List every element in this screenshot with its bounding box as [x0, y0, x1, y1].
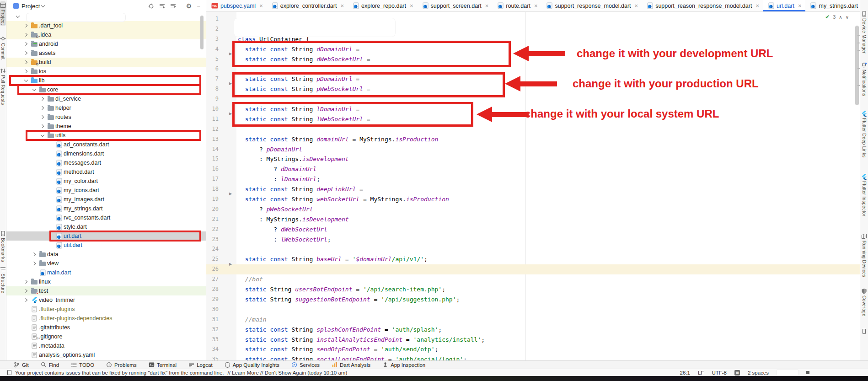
tree-row-dimensions.dart[interactable]: dimensions.dart: [6, 149, 206, 158]
fold-region-icon[interactable]: ▶: [229, 52, 232, 56]
chevron-expanded-icon[interactable]: [38, 135, 47, 136]
toolbar-button-git[interactable]: Git: [14, 362, 29, 368]
code-editor[interactable]: 123class UrlContainer {4 static const St…: [206, 12, 860, 360]
chevron-collapsed-icon[interactable]: [22, 43, 30, 45]
tree-row-.metadata[interactable]: .metadata: [6, 341, 206, 350]
toolbar-button-app-inspection[interactable]: App Inspection: [382, 362, 425, 368]
stripe-item-coverage[interactable]: Coverage: [860, 288, 868, 317]
caret-position[interactable]: 26:1: [680, 370, 690, 376]
chevron-collapsed-icon[interactable]: [22, 70, 30, 73]
indent-setting[interactable]: 2 spaces: [748, 370, 769, 376]
close-tab-icon[interactable]: ×: [755, 2, 759, 9]
tree-row-.dart_tool[interactable]: .dart_tool: [6, 21, 206, 30]
tree-row-.flutter-plugins[interactable]: .flutter-plugins: [6, 305, 206, 314]
tab-explore_repo.dart[interactable]: explore_repo.dart×: [348, 0, 418, 11]
tab-url.dart[interactable]: url.dart×: [763, 0, 806, 11]
tab-support_response_model.dart[interactable]: support_response_model.dart×: [541, 0, 642, 11]
close-tab-icon[interactable]: ×: [410, 2, 413, 9]
tree-row-test[interactable]: test: [6, 286, 206, 295]
chevron-collapsed-icon[interactable]: [22, 61, 30, 64]
line-ending[interactable]: LF: [698, 370, 704, 376]
tree-row-video_trimmer[interactable]: viewBox="0 0 14 16">video_trimmer: [6, 295, 206, 305]
tree-row-method.dart[interactable]: method.dart: [6, 167, 206, 177]
tree-row-data[interactable]: data: [6, 250, 206, 259]
stripe-item-bookmarks[interactable]: Bookmarks: [0, 231, 6, 262]
chevron-collapsed-icon[interactable]: [30, 253, 38, 256]
tree-row-di_service[interactable]: di_service: [6, 94, 206, 103]
toolbar-button-todo[interactable]: TODO: [71, 362, 94, 368]
close-tab-icon[interactable]: ×: [340, 2, 344, 9]
inspection-widget[interactable]: ✔3 ∧ ∨: [825, 14, 849, 20]
stripe-item-flutter-inspector[interactable]: Flutter Inspector: [860, 174, 868, 216]
chevron-collapsed-icon[interactable]: [30, 262, 38, 265]
tree-row-core[interactable]: core: [6, 85, 206, 94]
stripe-item-device[interactable]: [860, 328, 868, 334]
tab-explore_controller.dart[interactable]: explore_controller.dart×: [267, 0, 348, 11]
stripe-item-commit[interactable]: Commit: [0, 36, 6, 59]
tree-row-view[interactable]: view: [6, 259, 206, 268]
tree-row-my_strings.dart[interactable]: my_strings.dart: [6, 204, 206, 213]
tree-row-url.dart[interactable]: url.dart: [6, 231, 206, 241]
status-link[interactable]: Don't Show Again (today 10:10 am): [265, 370, 348, 376]
tree-row-rvc_constants.dart[interactable]: rvc_constants.dart: [6, 213, 206, 222]
tree-row-ios[interactable]: ios: [6, 67, 206, 76]
tree-row-style.dart[interactable]: style.dart: [6, 222, 206, 231]
close-tab-icon[interactable]: ×: [485, 2, 489, 9]
toolbar-button-app-quality-insights[interactable]: App Quality Insights: [225, 362, 279, 368]
stripe-item-flutter-deep-links[interactable]: Flutter Deep Links: [860, 111, 868, 158]
tree-row-routes[interactable]: routes: [6, 113, 206, 122]
tab-pubspec.yaml[interactable]: YMLpubspec.yaml×: [206, 0, 267, 11]
stripe-item-device-manager[interactable]: Device Manager: [860, 11, 868, 54]
close-tab-icon[interactable]: ×: [798, 2, 802, 9]
stripe-item-structure[interactable]: Structure: [0, 266, 6, 293]
collapse-all-icon[interactable]: [170, 3, 176, 10]
tab-route.dart[interactable]: route.dart×: [493, 0, 541, 11]
fold-region-icon[interactable]: ▶: [229, 262, 232, 266]
fold-region-icon[interactable]: ▶: [229, 112, 232, 116]
tab-my_strings.dart[interactable]: my_strings.dart×: [805, 0, 868, 11]
chevron-collapsed-icon[interactable]: [38, 107, 47, 109]
tree-row-utils[interactable]: utils: [6, 131, 206, 140]
close-tab-icon[interactable]: ×: [534, 2, 538, 9]
tree-row-my_icons.dart[interactable]: my_icons.dart: [6, 186, 206, 195]
tree-row-ad_constants.dart[interactable]: ad_constants.dart: [6, 140, 206, 149]
expand-all-icon[interactable]: [159, 3, 165, 10]
chevron-expanded-icon[interactable]: [22, 80, 30, 81]
stripe-item-running-devices[interactable]: Running Devices: [860, 233, 868, 277]
tab-support_screen.dart[interactable]: support_screen.dart×: [418, 0, 493, 11]
tree-row-messages.dart[interactable]: messages.dart: [6, 158, 206, 167]
tree-row-main.dart[interactable]: main.dart: [6, 268, 206, 277]
tree-row-util.dart[interactable]: util.dart: [6, 241, 206, 250]
tree-row-assets[interactable]: assets: [6, 48, 206, 58]
tree-row-.gitignore[interactable]: ⊘.gitignore: [6, 332, 206, 341]
tree-row-lib[interactable]: lib: [6, 76, 206, 85]
stripe-item-notifications[interactable]: Notifications: [860, 62, 868, 96]
chevron-collapsed-icon[interactable]: [38, 116, 47, 118]
settings-icon[interactable]: ⚙: [186, 3, 192, 10]
tree-row-theme[interactable]: theme: [6, 122, 206, 131]
tree-row-my_images.dart[interactable]: my_images.dart: [6, 195, 206, 204]
chevron-collapsed-icon[interactable]: [22, 280, 30, 283]
fold-region-icon[interactable]: ▶: [229, 192, 232, 196]
chevron-collapsed-icon[interactable]: [22, 299, 30, 301]
readonly-lock-icon[interactable]: ☰: [734, 370, 740, 376]
stripe-item-project[interactable]: Project: [0, 1, 6, 26]
stripe-item-pull-requests[interactable]: Pull Requests: [0, 68, 6, 105]
close-tab-icon[interactable]: ×: [635, 2, 638, 9]
tree-row-build[interactable]: ⚙build: [6, 58, 206, 67]
chevron-collapsed-icon[interactable]: [22, 33, 30, 36]
tree-row-project-root[interactable]: [6, 12, 206, 21]
file-encoding[interactable]: UTF-8: [712, 370, 727, 376]
tree-row-analysis_options.yaml[interactable]: analysis_options.yaml: [6, 350, 206, 360]
fold-region-icon[interactable]: ▶: [229, 81, 232, 86]
tree-row-helper[interactable]: helper: [6, 103, 206, 113]
chevron-collapsed-icon[interactable]: [22, 52, 30, 54]
tab-support_reason_response_model.dart[interactable]: support_reason_response_model.dart×: [642, 0, 763, 11]
chevron-expanded-icon[interactable]: [14, 16, 22, 17]
tree-row-linux[interactable]: linux: [6, 277, 206, 286]
toolbar-button-terminal[interactable]: Terminal: [149, 362, 177, 368]
toolbar-button-find[interactable]: Find: [41, 362, 59, 368]
toolbar-button-problems[interactable]: Problems: [106, 362, 137, 368]
project-panel-title[interactable]: Project: [21, 3, 40, 10]
hide-icon[interactable]: −: [197, 3, 200, 10]
